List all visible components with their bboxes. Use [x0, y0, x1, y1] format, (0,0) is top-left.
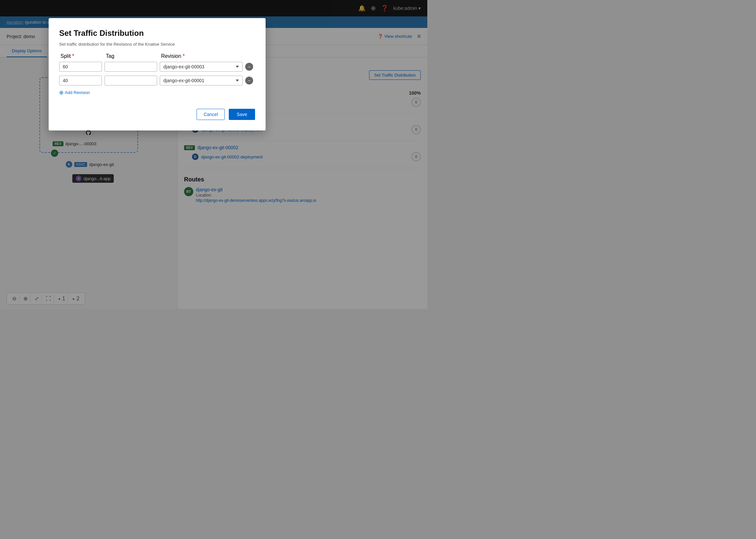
split-label: Split [60, 53, 71, 59]
split-required-star: * [72, 53, 74, 59]
traffic-distribution-modal: Set Traffic Distribution Set traffic dis… [49, 18, 265, 130]
revision-select-1[interactable]: django-ex-git-00003 django-ex-git-00001 … [160, 62, 243, 72]
tag-input-2[interactable] [105, 76, 157, 85]
modal-overlay: Set Traffic Distribution Set traffic dis… [0, 0, 427, 309]
modal-row-1: django-ex-git-00003 django-ex-git-00001 … [59, 62, 255, 72]
add-revision-link[interactable]: ⊕ Add Revision [59, 89, 255, 96]
plus-circle-icon: ⊕ [59, 89, 63, 96]
split-col-header: Split * [60, 53, 103, 59]
revision-required-star: * [183, 53, 185, 59]
split-input-2[interactable] [59, 76, 102, 85]
modal-subtitle: Set traffic distribution for the Revisio… [59, 42, 255, 47]
tag-input-1[interactable] [105, 62, 157, 72]
save-button[interactable]: Save [229, 109, 255, 120]
cancel-button[interactable]: Cancel [196, 109, 225, 120]
remove-row-1-button[interactable]: − [245, 63, 253, 71]
tag-label: Tag [106, 53, 114, 59]
split-input-1[interactable] [59, 62, 102, 72]
modal-table-header: Split * Tag Revision * [59, 53, 255, 59]
modal-title: Set Traffic Distribution [59, 29, 255, 38]
tag-col-header: Tag [106, 53, 158, 59]
revision-select-2[interactable]: django-ex-git-00003 django-ex-git-00001 … [160, 76, 243, 85]
modal-row-2: django-ex-git-00003 django-ex-git-00001 … [59, 76, 255, 85]
revision-label: Revision [161, 53, 181, 59]
add-revision-label: Add Revision [65, 90, 90, 95]
remove-row-2-button[interactable]: − [245, 77, 253, 84]
revision-col-header: Revision * [161, 53, 241, 59]
modal-footer: Cancel Save [59, 109, 255, 120]
